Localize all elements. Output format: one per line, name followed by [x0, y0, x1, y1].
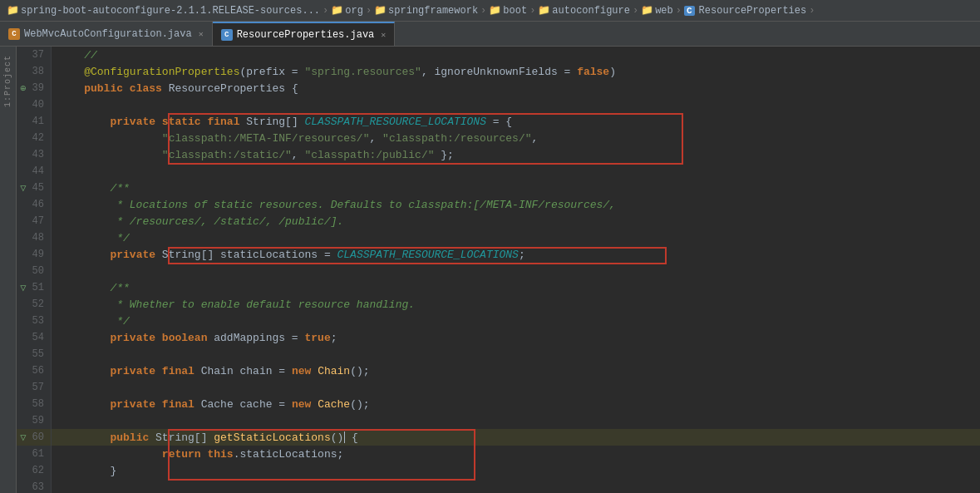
breadcrumb-part-5[interactable]: web — [655, 5, 673, 17]
breadcrumb-folder-icon-2: 📁 — [374, 4, 387, 17]
code-line-57 — [52, 379, 980, 396]
code-line-44 — [52, 163, 980, 180]
code-line-61: return this.staticLocations; — [52, 446, 980, 462]
breadcrumb-folder-icon-3: 📁 — [489, 4, 501, 17]
code-line-54: private boolean addMappings = true; — [52, 329, 980, 346]
code-line-60: public String[] getStaticLocations() { — [52, 429, 980, 446]
tab-label-webmvc: WebMvcAutoConfiguration.java — [24, 28, 192, 40]
breadcrumb-part-4[interactable]: autoconfigure — [552, 5, 630, 17]
tab-icon-resourceprops: C — [221, 29, 233, 41]
editor-area[interactable]: 37 38 ⊕ 39 40 41 42 43 44 ▽ 45 46 — [17, 47, 980, 493]
code-line-53: */ — [52, 313, 980, 329]
code-line-43: "classpath:/static/", "classpath:/public… — [52, 146, 980, 163]
sidebar-label: 1:Project — [3, 55, 12, 107]
breadcrumb-class-icon: C — [684, 6, 695, 16]
tab-resourceprops[interactable]: C ResourceProperties.java ✕ — [213, 22, 396, 46]
code-line-48: */ — [52, 229, 980, 246]
tab-icon-webmvc: C — [8, 28, 20, 40]
code-line-52: * Whether to enable default resource han… — [52, 296, 980, 313]
code-line-59 — [52, 412, 980, 429]
breadcrumb-folder-icon-5: 📁 — [641, 4, 653, 17]
tab-close-webmvc[interactable]: ✕ — [199, 29, 204, 39]
code-line-51: /** — [52, 279, 980, 296]
breadcrumb-folder-icon-4: 📁 — [538, 4, 550, 17]
breadcrumb-bar: 📁 spring-boot-autoconfigure-2.1.1.RELEAS… — [0, 0, 980, 22]
breadcrumb-part-6[interactable]: ResourceProperties — [699, 5, 807, 17]
breadcrumb-part-1[interactable]: org — [345, 5, 363, 17]
sidebar: 1:Project — [0, 47, 17, 493]
code-line-38: @ConfigurationProperties(prefix = "sprin… — [52, 63, 980, 80]
code-lines[interactable]: // @ConfigurationProperties(prefix = "sp… — [52, 47, 980, 493]
line-numbers: 37 38 ⊕ 39 40 41 42 43 44 ▽ 45 46 — [17, 47, 52, 493]
tab-close-resourceprops[interactable]: ✕ — [381, 30, 386, 40]
code-line-47: * /resources/, /static/, /public/]. — [52, 213, 980, 229]
tab-label-resourceprops: ResourceProperties.java — [237, 29, 375, 41]
code-line-62: } — [52, 462, 980, 479]
code-line-39: public class ResourceProperties { — [52, 80, 980, 96]
code-line-55 — [52, 346, 980, 362]
code-line-45: /** — [52, 180, 980, 196]
code-line-41: private static final String[] CLASSPATH_… — [52, 113, 980, 130]
code-line-42: "classpath:/META-INF/resources/", "class… — [52, 130, 980, 146]
code-line-46: * Locations of static resources. Default… — [52, 196, 980, 213]
main-area: 1:Project 37 38 ⊕ 39 40 41 42 43 44 — [0, 47, 980, 493]
code-line-56: private final Chain chain = new Chain(); — [52, 362, 980, 379]
breadcrumb-part-0[interactable]: spring-boot-autoconfigure-2.1.1.RELEASE-… — [21, 5, 320, 17]
code-line-40 — [52, 96, 980, 113]
code-line-37: // — [52, 47, 980, 63]
tabs-bar: C WebMvcAutoConfiguration.java ✕ C Resou… — [0, 22, 980, 47]
breadcrumb-folder-icon-1: 📁 — [331, 4, 343, 17]
breadcrumb-part-3[interactable]: boot — [503, 5, 527, 17]
code-line-49: private String[] staticLocations = CLASS… — [52, 246, 980, 263]
code-line-50 — [52, 263, 980, 279]
breadcrumb-part-2[interactable]: springframework — [388, 5, 478, 17]
breadcrumb-file-icon: 📁 — [7, 4, 19, 17]
code-line-58: private final Cache cache = new Cache(); — [52, 396, 980, 412]
code-line-63 — [52, 479, 980, 493]
tab-webmvc[interactable]: C WebMvcAutoConfiguration.java ✕ — [0, 22, 213, 46]
